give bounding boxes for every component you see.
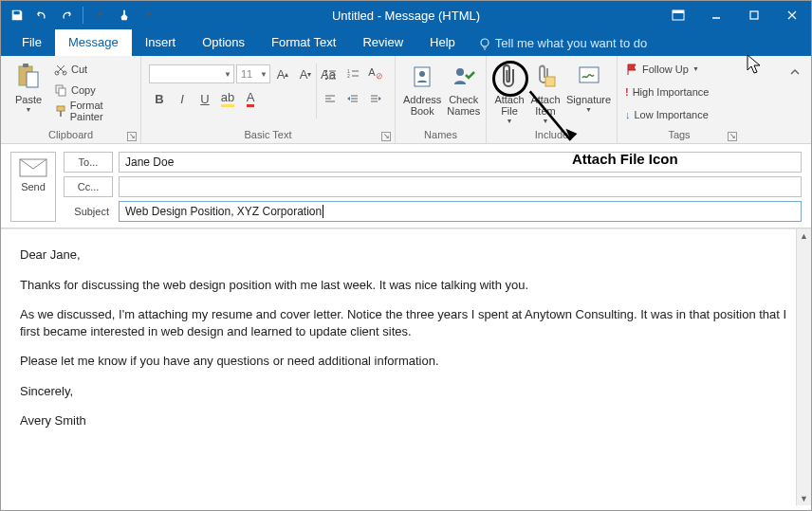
svg-rect-40 (545, 77, 555, 86)
lightbulb-icon (478, 37, 491, 50)
cut-button[interactable]: Cut (54, 60, 133, 79)
check-names-icon (449, 62, 479, 92)
copy-icon (54, 83, 67, 97)
dialog-launcher-icon[interactable]: ↘ (381, 132, 391, 141)
to-field[interactable]: Jane Doe (119, 152, 802, 173)
window-controls (659, 1, 811, 29)
basic-text-group-label: Basic Text (245, 129, 292, 140)
touch-mode-icon[interactable] (114, 5, 135, 26)
highlight-button[interactable]: ab (217, 88, 238, 109)
align-left-button[interactable] (320, 88, 341, 109)
vertical-scrollbar[interactable]: ▲ ▼ (796, 229, 811, 505)
ribbon: Paste ▼ Cut Copy Format Painter Clipboar… (1, 56, 811, 144)
signature-button[interactable]: Signature▼ (566, 60, 611, 113)
down-arrow-icon: ↓ (625, 109, 631, 120)
bullets-button[interactable] (320, 64, 341, 84)
quick-access-toolbar: ▼ ▼ (1, 5, 159, 26)
numbering-button[interactable]: 12 (342, 64, 363, 84)
body-paragraph: Please let me know if you have any quest… (20, 353, 792, 370)
ribbon-group-clipboard: Paste ▼ Cut Copy Format Painter Clipboar… (1, 56, 141, 143)
message-body[interactable]: Dear Jane, Thanks for discussing the web… (1, 229, 811, 505)
italic-button[interactable]: I (172, 88, 193, 109)
underline-button[interactable]: U (194, 88, 215, 109)
paste-icon (13, 62, 44, 92)
check-names-button[interactable]: Check Names (447, 60, 480, 117)
font-name-combo[interactable]: ▼ (149, 64, 234, 83)
minimize-button[interactable] (697, 1, 735, 29)
paste-button[interactable]: Paste ▼ (9, 60, 48, 113)
chevron-down-icon: ▼ (507, 119, 513, 124)
scroll-up-icon[interactable]: ▲ (798, 229, 811, 243)
address-book-icon (407, 62, 437, 92)
redo-icon[interactable] (56, 5, 77, 26)
save-icon[interactable] (7, 5, 28, 26)
body-paragraph: Sincerely, (20, 383, 792, 400)
ribbon-group-basic-text: ▼ 11▼ A▴ A▾ Aa B I U ab A 12 A⊘ (141, 56, 396, 143)
grow-font-button[interactable]: A▴ (272, 64, 293, 84)
increase-indent-button[interactable] (365, 88, 386, 109)
undo-icon[interactable] (31, 5, 52, 26)
chevron-down-icon: ▼ (585, 107, 592, 113)
tab-message[interactable]: Message (55, 29, 132, 56)
subject-field[interactable]: Web Design Position, XYZ Corporation (119, 201, 802, 222)
paintbrush-icon (54, 104, 66, 118)
tab-help[interactable]: Help (416, 29, 469, 56)
collapse-ribbon-button[interactable] (784, 62, 805, 82)
scissors-icon (54, 63, 67, 76)
dialog-launcher-icon[interactable]: ↘ (728, 132, 737, 141)
attach-item-icon (530, 62, 561, 92)
font-size-combo[interactable]: 11▼ (236, 64, 270, 83)
subject-label: Subject (64, 201, 113, 222)
svg-rect-15 (59, 88, 65, 96)
dialog-launcher-icon[interactable]: ↘ (127, 132, 137, 141)
svg-point-18 (325, 70, 327, 72)
message-header-fields: Send To... Jane Doe Cc... Subject Web De… (1, 144, 811, 228)
svg-rect-16 (57, 106, 65, 111)
scroll-down-icon[interactable]: ▼ (798, 492, 811, 505)
bold-button[interactable]: B (149, 88, 170, 109)
svg-point-39 (456, 68, 464, 76)
ribbon-group-tags: Follow Up ▼ !High Importance ↓Low Import… (618, 56, 741, 143)
ribbon-group-include: Attach File▼ Attach Item▼ Signature▼ Inc… (487, 56, 618, 143)
low-importance-button[interactable]: ↓Low Importance (625, 105, 709, 124)
svg-rect-1 (673, 10, 684, 13)
svg-rect-3 (750, 11, 758, 19)
font-color-button[interactable]: A (240, 88, 261, 109)
ribbon-display-options-icon[interactable] (659, 1, 697, 29)
shrink-font-button[interactable]: A▾ (295, 64, 316, 84)
follow-up-button[interactable]: Follow Up ▼ (625, 60, 709, 79)
decrease-indent-button[interactable] (342, 88, 363, 109)
high-importance-button[interactable]: !High Importance (625, 82, 709, 101)
tab-insert[interactable]: Insert (132, 29, 190, 56)
tab-options[interactable]: Options (189, 29, 258, 56)
svg-rect-10 (23, 64, 28, 67)
attach-item-button[interactable]: Attach Item▼ (530, 60, 561, 124)
copy-button[interactable]: Copy (54, 81, 133, 100)
maximize-button[interactable] (735, 1, 773, 29)
paperclip-icon (494, 62, 525, 92)
attach-file-button[interactable]: Attach File▼ (494, 60, 525, 124)
qat-dropdown-icon[interactable]: ▼ (138, 5, 159, 26)
qat-customize-icon[interactable]: ▼ (89, 5, 110, 26)
format-painter-button[interactable]: Format Painter (54, 101, 133, 120)
tell-me-label: Tell me what you want to do (495, 36, 647, 50)
signature-icon (574, 62, 604, 92)
body-paragraph: Dear Jane, (20, 246, 792, 264)
ribbon-tabs: File Message Insert Options Format Text … (1, 29, 811, 56)
cc-field[interactable] (119, 176, 802, 197)
address-book-button[interactable]: Address Book (403, 60, 441, 117)
body-paragraph: As we discussed, I'm attaching my resume… (20, 306, 792, 339)
tab-file[interactable]: File (9, 29, 55, 56)
send-button[interactable]: Send (10, 152, 56, 222)
cc-button[interactable]: Cc... (64, 176, 113, 197)
envelope-icon (19, 158, 47, 177)
body-paragraph: Thanks for discussing the web design pos… (20, 277, 792, 294)
close-button[interactable] (773, 1, 811, 29)
tab-review[interactable]: Review (349, 29, 416, 56)
to-button[interactable]: To... (64, 152, 113, 173)
clear-formatting-button[interactable]: A⊘ (365, 64, 386, 84)
ribbon-group-names: Address Book Check Names Names (396, 56, 487, 143)
tell-me-search[interactable]: Tell me what you want to do (469, 30, 656, 56)
svg-rect-11 (27, 72, 38, 87)
tab-format-text[interactable]: Format Text (258, 29, 349, 56)
